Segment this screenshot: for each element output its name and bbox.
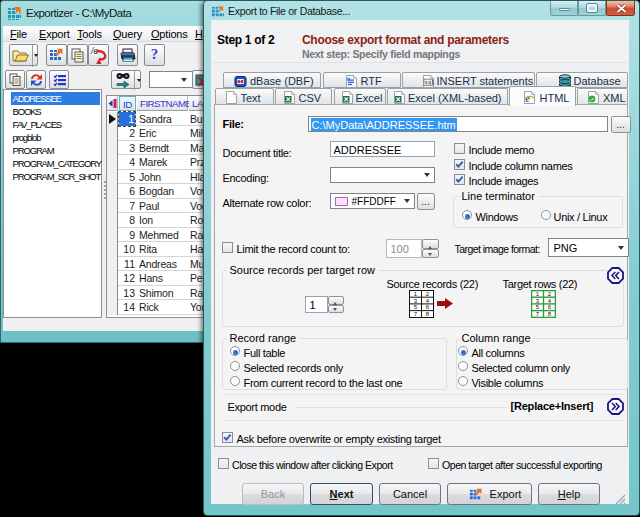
svg-text:e: e: [525, 93, 530, 104]
svg-text:sql: sql: [424, 79, 434, 86]
